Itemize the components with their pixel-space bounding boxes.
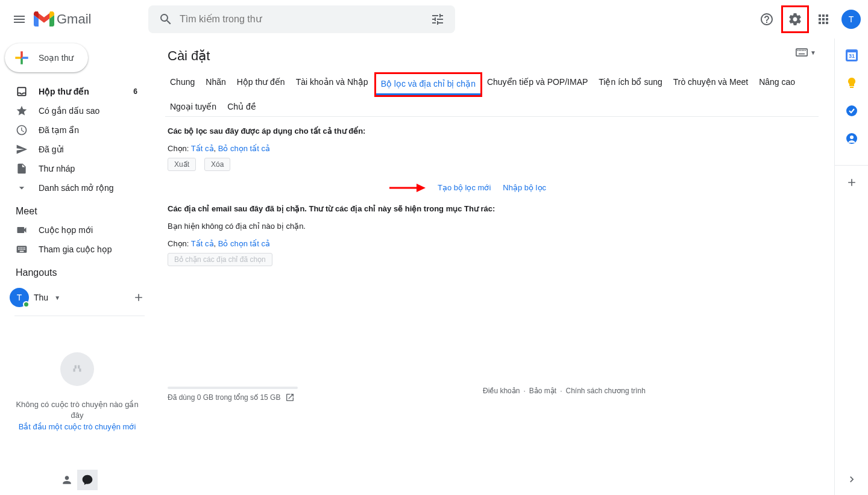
search-options-icon[interactable]	[424, 5, 451, 33]
nav-inbox[interactable]: Hộp thư đến 6	[0, 82, 145, 101]
input-tools-selector[interactable]: ▼	[796, 48, 816, 57]
nav-more[interactable]: Danh sách mở rộng	[0, 178, 145, 198]
hangouts-user[interactable]: T Thu ▼	[10, 288, 60, 307]
product-name: Gmail	[57, 11, 91, 27]
nav-drafts[interactable]: Thư nháp	[0, 159, 145, 178]
policies-link[interactable]: Chính sách chương trình	[566, 387, 646, 395]
hangouts-avatar: T	[10, 288, 29, 307]
svg-point-15	[846, 105, 857, 116]
videocam-icon	[16, 224, 28, 236]
search-icon[interactable]	[152, 5, 180, 33]
settings-icon[interactable]	[784, 8, 806, 30]
clock-icon	[16, 124, 28, 136]
logo-area: Gmail	[34, 11, 148, 27]
select-all-blocked-link[interactable]: Tất cả	[191, 239, 214, 248]
tab-filters[interactable]: Bộ lọc và địa chỉ bị chặn	[376, 74, 480, 95]
svg-rect-6	[804, 50, 805, 51]
footer-links: Điều khoản · Bảo mật · Chính sách chương…	[483, 387, 646, 395]
storage-bar	[168, 387, 298, 389]
collapse-panel-icon[interactable]	[846, 473, 858, 495]
hangouts-new-icon[interactable]	[133, 291, 145, 304]
header: Gmail T	[0, 0, 868, 39]
search-bar	[148, 5, 455, 33]
svg-marker-10	[417, 184, 426, 192]
tasks-app-icon[interactable]	[846, 105, 858, 117]
svg-rect-8	[799, 54, 805, 55]
tab-inbox[interactable]: Hộp thư đến	[232, 72, 290, 97]
hangouts-start-link[interactable]: Bắt đầu một cuộc trò chuyện mới	[10, 422, 145, 431]
compose-button[interactable]: Soạn thư	[5, 43, 88, 72]
hangouts-bubble-icon	[60, 352, 94, 386]
svg-point-17	[850, 135, 854, 139]
tab-advanced[interactable]: Nâng cao	[754, 72, 800, 97]
addons-plus-icon[interactable]	[835, 165, 868, 188]
footer-contacts-icon[interactable]	[57, 470, 77, 490]
open-external-icon[interactable]	[285, 393, 295, 402]
svg-rect-7	[805, 50, 806, 51]
meet-join[interactable]: Tham gia cuộc họp	[0, 240, 145, 259]
sidebar: Soạn thư Hộp thư đến 6 Có gắn dấu sao Đã…	[0, 39, 154, 495]
nav-snoozed[interactable]: Đã tạm ẩn	[0, 120, 145, 140]
hangouts-header: Hangouts	[0, 259, 154, 282]
svg-rect-4	[800, 50, 802, 51]
compose-plus-icon	[12, 48, 31, 67]
draft-icon	[16, 163, 28, 175]
nav-starred[interactable]: Có gắn dấu sao	[0, 101, 145, 120]
import-filter-link[interactable]: Nhập bộ lọc	[503, 183, 546, 192]
terms-link[interactable]: Điều khoản	[483, 387, 520, 395]
svg-rect-14	[850, 87, 854, 88]
create-filter-link[interactable]: Tạo bộ lọc mới	[438, 183, 491, 192]
right-panel: 31	[834, 39, 868, 495]
tab-accounts[interactable]: Tài khoản và Nhập	[291, 72, 373, 97]
main-content: ▼ Cài đặt Chung Nhãn Hộp thư đến Tài kho…	[154, 39, 834, 495]
no-blocked-text: Bạn hiện không có địa chỉ nào bị chặn.	[168, 222, 816, 231]
calendar-app-icon[interactable]: 31	[846, 49, 858, 61]
tab-themes[interactable]: Chủ đề	[222, 97, 261, 116]
tab-addons[interactable]: Tiện ích bổ sung	[594, 72, 667, 97]
tab-forwarding[interactable]: Chuyển tiếp và POP/IMAP	[482, 72, 593, 97]
send-icon	[16, 143, 28, 155]
svg-rect-2	[797, 50, 799, 51]
apps-icon[interactable]	[811, 7, 835, 31]
svg-rect-3	[799, 50, 800, 51]
deselect-all-blocked-link[interactable]: Bỏ chọn tất cả	[218, 239, 270, 248]
contacts-app-icon[interactable]	[846, 132, 858, 145]
svg-text:31: 31	[848, 53, 854, 59]
meet-new[interactable]: Cuộc họp mới	[0, 220, 145, 240]
inbox-icon	[16, 86, 28, 98]
chevron-down-icon	[16, 182, 28, 194]
select-all-link[interactable]: Tất cả	[191, 144, 214, 153]
caret-down-icon: ▼	[54, 294, 60, 301]
deselect-all-link[interactable]: Bỏ chọn tất cả	[218, 144, 270, 153]
tab-filters-highlight: Bộ lọc và địa chỉ bị chặn	[374, 72, 482, 97]
export-button[interactable]: Xuất	[168, 158, 196, 171]
nav-sent[interactable]: Đã gửi	[0, 140, 145, 159]
gmail-logo-icon[interactable]	[34, 11, 54, 27]
privacy-link[interactable]: Bảo mật	[529, 387, 556, 395]
settings-tabs: Chung Nhãn Hộp thư đến Tài khoản và Nhập…	[165, 70, 819, 117]
support-icon[interactable]	[755, 7, 779, 31]
filters-applied-text: Các bộ lọc sau đây được áp dụng cho tất …	[168, 126, 816, 135]
main-menu-button[interactable]	[5, 5, 34, 34]
storage-text: Đã dùng 0 GB trong tổng số 15 GB	[168, 393, 280, 402]
annotation-arrow	[389, 182, 426, 194]
footer-hangouts-icon[interactable]	[77, 470, 98, 490]
account-avatar[interactable]: T	[841, 10, 861, 29]
tab-chat[interactable]: Trò chuyện và Meet	[668, 72, 753, 97]
svg-rect-5	[802, 50, 803, 51]
tab-general[interactable]: Chung	[165, 72, 200, 97]
hangouts-area: T Thu ▼	[0, 283, 154, 312]
delete-button[interactable]: Xóa	[204, 158, 230, 171]
compose-label: Soạn thư	[39, 53, 74, 63]
hangouts-empty: Không có cuộc trò chuyện nào gần đây Bắt…	[0, 316, 154, 437]
meet-header: Meet	[0, 198, 154, 220]
keyboard-icon	[16, 243, 28, 255]
blocked-header-text: Các địa chỉ email sau đây đã bị chặn. Th…	[168, 204, 816, 213]
tab-offline[interactable]: Ngoại tuyến	[165, 97, 221, 116]
search-input[interactable]	[180, 14, 424, 25]
unblock-button[interactable]: Bỏ chặn các địa chỉ đã chọn	[168, 253, 272, 266]
settings-title: Cài đặt	[165, 48, 819, 64]
settings-button-highlight	[781, 5, 809, 33]
tab-labels[interactable]: Nhãn	[201, 72, 230, 97]
keep-app-icon[interactable]	[846, 77, 858, 89]
